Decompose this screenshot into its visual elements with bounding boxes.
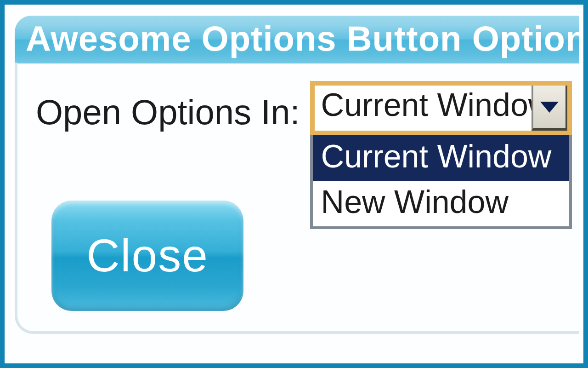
open-options-select[interactable]: Current Window bbox=[310, 81, 572, 135]
open-options-selected-text: Current Window bbox=[315, 86, 532, 131]
dropdown-toggle-button[interactable] bbox=[531, 86, 567, 131]
panel-body: Open Options In: Current Window bbox=[15, 63, 579, 334]
dropdown-item-current-window[interactable]: Current Window bbox=[313, 135, 569, 181]
options-panel: Awesome Options Button Options Open Opti… bbox=[15, 16, 579, 359]
svg-marker-0 bbox=[540, 102, 559, 113]
open-options-select-wrap: Current Window Current Window New Window bbox=[310, 81, 572, 229]
open-options-dropdown: Current Window New Window bbox=[310, 135, 572, 229]
chevron-down-icon bbox=[539, 100, 560, 114]
open-options-label: Open Options In: bbox=[36, 81, 300, 132]
dropdown-item-new-window[interactable]: New Window bbox=[313, 181, 569, 226]
dialog-frame: Awesome Options Button Options Open Opti… bbox=[0, 0, 588, 368]
panel-title: Awesome Options Button Options bbox=[15, 16, 579, 63]
close-button[interactable]: Close bbox=[51, 201, 243, 311]
